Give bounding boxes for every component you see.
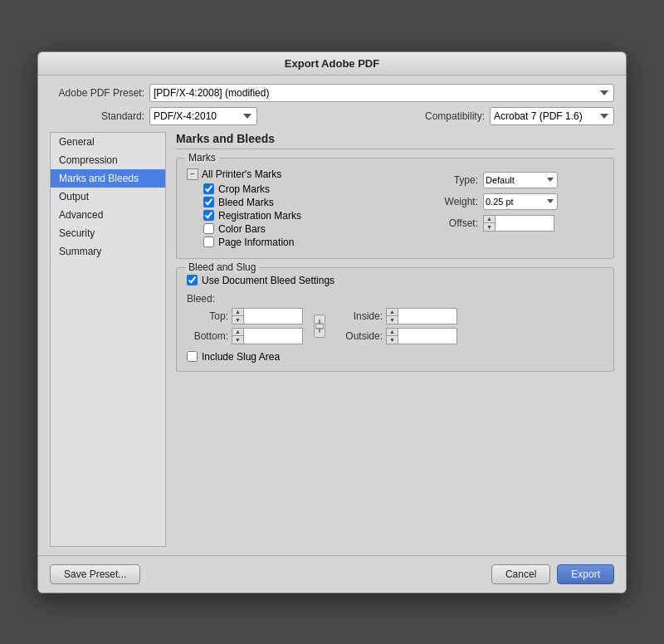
bleed-marks-checkbox[interactable] — [203, 197, 214, 207]
top-up-arrow[interactable]: ▲ — [232, 309, 243, 317]
inside-spinner-arrows[interactable]: ▲ ▼ — [386, 308, 398, 324]
sidebar-item-output[interactable]: Output — [51, 188, 165, 206]
outside-label: Outside: — [336, 330, 383, 342]
export-pdf-dialog: Export Adobe PDF Adobe PDF Preset: [PDF/… — [37, 51, 627, 593]
section-title: Marks and Bleeds — [176, 132, 614, 149]
outside-input[interactable]: 0.125 in — [398, 328, 457, 344]
inside-input[interactable]: 0.125 in — [398, 308, 457, 324]
bleed-marks-row: Bleed Marks — [187, 197, 437, 208]
bleed-main-label: Bleed: — [187, 293, 603, 305]
marks-legend: Marks — [185, 152, 219, 163]
preset-label: Adobe PDF Preset: — [50, 87, 149, 99]
sidebar-item-security[interactable]: Security — [51, 224, 165, 242]
top-input[interactable]: 0.125 in — [243, 308, 303, 324]
inside-down-arrow[interactable]: ▼ — [387, 316, 398, 324]
inside-up-arrow[interactable]: ▲ — [387, 309, 398, 317]
dialog-title: Export Adobe PDF — [38, 52, 626, 76]
preset-select[interactable]: [PDF/X-4:2008] (modified) — [149, 84, 614, 102]
bleed-slug-group: Bleed and Slug Use Document Bleed Settin… — [176, 267, 614, 372]
standard-label: Standard: — [50, 110, 149, 122]
color-bars-row: Color Bars — [187, 223, 437, 235]
bottom-spinner-arrows[interactable]: ▲ ▼ — [232, 328, 243, 344]
save-preset-button[interactable]: Save Preset... — [50, 564, 140, 584]
weight-select[interactable]: 0.25 pt — [483, 193, 558, 210]
bleed-slug-legend: Bleed and Slug — [185, 261, 259, 273]
inside-spinner: ▲ ▼ 0.125 in — [386, 308, 457, 324]
bottom-input[interactable]: 0.125 in — [243, 328, 303, 344]
use-doc-bleed-label: Use Document Bleed Settings — [202, 275, 334, 286]
page-information-checkbox[interactable] — [203, 237, 214, 247]
include-slug-checkbox[interactable] — [187, 351, 198, 362]
sidebar-item-marks-bleeds[interactable]: Marks and Bleeds — [51, 169, 165, 188]
bleed-marks-label: Bleed Marks — [218, 197, 274, 208]
link-icon[interactable] — [314, 315, 325, 338]
registration-marks-row: Registration Marks — [187, 210, 437, 222]
bottom-spinner: ▲ ▼ 0.125 in — [232, 328, 303, 344]
outside-down-arrow[interactable]: ▼ — [387, 336, 398, 344]
crop-marks-label: Crop Marks — [218, 183, 270, 195]
offset-spinner: ▲ ▼ 0.0833 in — [483, 215, 554, 232]
offset-up-arrow[interactable]: ▲ — [484, 216, 495, 224]
outside-spinner: ▲ ▼ 0.125 in — [386, 328, 457, 344]
outside-up-arrow[interactable]: ▲ — [387, 329, 398, 337]
compatibility-label: Compatibility: — [425, 110, 490, 122]
type-label: Type: — [437, 174, 483, 186]
standard-select[interactable]: PDF/X-4:2010 — [149, 107, 257, 125]
color-bars-label: Color Bars — [218, 223, 266, 235]
include-slug-label: Include Slug Area — [202, 351, 280, 363]
export-button[interactable]: Export — [557, 564, 614, 584]
top-spinner-arrows[interactable]: ▲ ▼ — [232, 308, 243, 324]
dialog-footer: Save Preset... Cancel Export — [38, 555, 626, 593]
top-label: Top: — [187, 310, 228, 322]
offset-label: Offset: — [437, 217, 483, 229]
cancel-button[interactable]: Cancel — [491, 564, 550, 584]
sidebar-item-compression[interactable]: Compression — [51, 151, 165, 169]
offset-spinner-arrows[interactable]: ▲ ▼ — [483, 215, 495, 232]
outside-spinner-arrows[interactable]: ▲ ▼ — [386, 328, 398, 344]
color-bars-checkbox[interactable] — [203, 223, 214, 234]
inside-label: Inside: — [336, 310, 383, 322]
top-spinner: ▲ ▼ 0.125 in — [232, 308, 303, 324]
registration-marks-checkbox[interactable] — [203, 210, 214, 221]
offset-input[interactable]: 0.0833 in — [495, 215, 554, 232]
page-information-row: Page Information — [187, 237, 437, 248]
sidebar-item-summary[interactable]: Summary — [51, 242, 165, 261]
registration-marks-label: Registration Marks — [218, 210, 301, 222]
crop-marks-checkbox[interactable] — [203, 183, 214, 194]
offset-down-arrow[interactable]: ▼ — [484, 223, 495, 231]
bottom-label: Bottom: — [187, 330, 228, 342]
sidebar: General Compression Marks and Bleeds Out… — [50, 132, 166, 547]
bottom-down-arrow[interactable]: ▼ — [232, 336, 243, 344]
content-area: Marks and Bleeds Marks − All Printer's M… — [166, 132, 614, 547]
bottom-up-arrow[interactable]: ▲ — [232, 329, 243, 337]
marks-group: Marks − All Printer's Marks — [176, 158, 614, 259]
collapse-icon[interactable]: − — [187, 168, 198, 180]
type-select[interactable]: Default — [483, 172, 558, 188]
top-down-arrow[interactable]: ▼ — [232, 316, 243, 324]
crop-marks-row: Crop Marks — [187, 183, 437, 195]
all-printers-label: All Printer's Marks — [202, 168, 281, 180]
page-information-label: Page Information — [218, 237, 294, 248]
compatibility-select[interactable]: Acrobat 7 (PDF 1.6) — [490, 107, 614, 125]
link-icon-area — [311, 308, 328, 344]
use-doc-bleed-checkbox[interactable] — [187, 275, 198, 285]
weight-label: Weight: — [437, 196, 483, 207]
sidebar-item-general[interactable]: General — [51, 133, 165, 151]
sidebar-item-advanced[interactable]: Advanced — [51, 206, 165, 224]
